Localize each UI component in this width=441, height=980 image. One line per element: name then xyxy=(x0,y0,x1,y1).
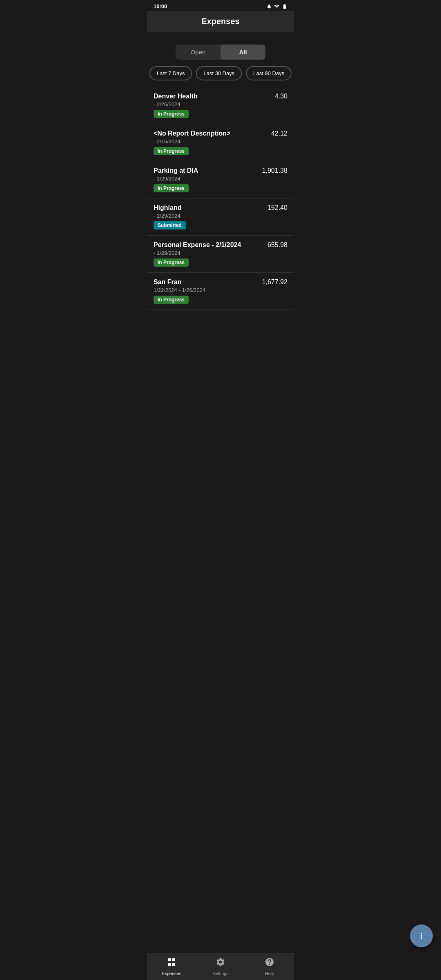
expense-title: San Fran xyxy=(154,278,262,286)
expense-amount: 1,677.92 xyxy=(262,278,287,286)
expense-amount: 42.12 xyxy=(271,130,287,137)
expense-date: 1/22/2024 - 1/26/2024 xyxy=(154,287,262,293)
notification-icon xyxy=(266,4,272,9)
table-row[interactable]: Highland - 1/29/2024 Submitted 152.40 xyxy=(147,198,294,236)
table-row[interactable]: San Fran 1/22/2024 - 1/26/2024 In Progre… xyxy=(147,273,294,310)
status-badge: In Progress xyxy=(154,184,189,192)
status-bar: 10:00 xyxy=(147,0,294,11)
filter-group: Last 7 Days Last 30 Days Last 90 Days xyxy=(147,66,294,87)
expense-amount: 4.30 xyxy=(275,93,287,100)
toggle-all[interactable]: All xyxy=(220,45,265,60)
filter-last30days[interactable]: Last 30 Days xyxy=(196,66,242,80)
table-row[interactable]: Denver Health - 2/26/2024 In Progress 4.… xyxy=(147,87,294,124)
expense-info: Parking at DIA - 1/29/2024 In Progress xyxy=(154,167,262,192)
expense-info: Denver Health - 2/26/2024 In Progress xyxy=(154,93,275,118)
expense-title: Parking at DIA xyxy=(154,167,262,174)
expense-title: Personal Expense - 2/1/2024 xyxy=(154,241,267,249)
expense-date: - 2/26/2024 xyxy=(154,101,275,107)
status-badge: In Progress xyxy=(154,258,189,267)
expense-amount: 152.40 xyxy=(267,204,287,212)
status-badge: In Progress xyxy=(154,147,189,155)
expense-info: Personal Expense - 2/1/2024 - 1/29/2024 … xyxy=(154,241,267,267)
expense-amount: 1,901.38 xyxy=(262,167,287,174)
expense-info: San Fran 1/22/2024 - 1/26/2024 In Progre… xyxy=(154,278,262,304)
expense-date: - 1/29/2024 xyxy=(154,250,267,256)
table-row[interactable]: <No Report Description> - 2/16/2024 In P… xyxy=(147,124,294,161)
expense-info: <No Report Description> - 2/16/2024 In P… xyxy=(154,130,271,155)
expense-title: <No Report Description> xyxy=(154,130,271,137)
expense-title: Denver Health xyxy=(154,93,275,100)
filter-last90days[interactable]: Last 90 Days xyxy=(246,66,292,80)
status-badge: In Progress xyxy=(154,296,189,304)
expense-list: Denver Health - 2/26/2024 In Progress 4.… xyxy=(147,87,294,310)
wifi-icon xyxy=(274,4,280,9)
expense-date: - 1/29/2024 xyxy=(154,213,267,219)
toggle-group: Open All xyxy=(176,45,265,60)
expense-amount: 655.98 xyxy=(267,241,287,249)
status-icons xyxy=(266,4,287,9)
status-badge: In Progress xyxy=(154,110,189,118)
table-row[interactable]: Personal Expense - 2/1/2024 - 1/29/2024 … xyxy=(147,236,294,273)
expense-date: - 2/16/2024 xyxy=(154,138,271,145)
status-time: 10:00 xyxy=(154,3,167,9)
header: Expenses xyxy=(147,11,294,32)
table-row[interactable]: Parking at DIA - 1/29/2024 In Progress 1… xyxy=(147,161,294,198)
expense-title: Highland xyxy=(154,204,267,212)
filter-last7days[interactable]: Last 7 Days xyxy=(149,66,192,80)
page-title: Expenses xyxy=(154,17,287,26)
battery-icon xyxy=(282,4,287,9)
expense-date: - 1/29/2024 xyxy=(154,176,262,182)
expense-info: Highland - 1/29/2024 Submitted xyxy=(154,204,267,229)
status-badge: Submitted xyxy=(154,221,186,229)
toggle-open[interactable]: Open xyxy=(176,45,220,60)
